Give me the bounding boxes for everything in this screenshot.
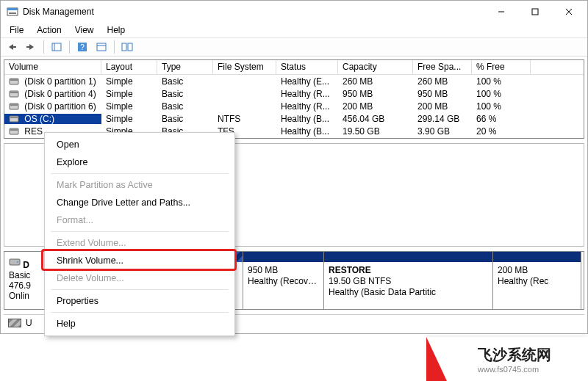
menu-action[interactable]: Action (31, 23, 67, 37)
disk-size: 476.9 (9, 280, 31, 291)
svg-rect-26 (10, 129, 18, 131)
partition[interactable]: RESTORE19.50 GB NTFSHealthy (Basic Data … (324, 252, 493, 309)
menu-file[interactable]: File (4, 23, 29, 37)
toolbar-sep (69, 40, 70, 54)
volume-row[interactable]: OS (C:)SimpleBasicNTFSHealthy (B...456.0… (4, 112, 584, 125)
titlebar: Disk Management (1, 1, 587, 23)
context-menu-item: Format... (45, 211, 234, 229)
col-volume[interactable]: Volume (4, 60, 101, 74)
volume-rows: (Disk 0 partition 1)SimpleBasicHealthy (… (4, 75, 584, 137)
svg-rect-2 (9, 12, 16, 14)
col-status[interactable]: Status (276, 60, 338, 74)
legend-swatch (8, 319, 21, 327)
context-menu-item: Extend Volume... (45, 234, 234, 252)
volume-row[interactable]: (Disk 0 partition 4)SimpleBasicHealthy (… (4, 87, 584, 100)
toolbar-detail-icon[interactable] (119, 40, 135, 54)
svg-rect-22 (10, 104, 18, 106)
volume-icon (9, 102, 21, 111)
watermark-accent (426, 337, 447, 381)
menu-help[interactable]: Help (101, 23, 132, 37)
toolbar: ? (1, 37, 587, 57)
disk-status: Onlin (9, 291, 29, 301)
svg-point-28 (17, 261, 18, 263)
legend-label: U (26, 318, 32, 328)
svg-rect-24 (10, 117, 18, 118)
window-title: Disk Management (23, 7, 484, 17)
toolbar-list-icon[interactable] (93, 40, 110, 54)
svg-rect-16 (128, 43, 132, 51)
watermark: 飞沙系统网 www.fs0745.com (426, 337, 588, 381)
context-menu-separator (51, 173, 229, 174)
toolbar-sep (114, 40, 115, 54)
svg-rect-1 (7, 8, 18, 10)
partition[interactable]: 950 MBHealthy (Recovery (243, 252, 324, 309)
help-icon[interactable]: ? (74, 40, 90, 54)
svg-rect-13 (97, 43, 106, 51)
svg-text:?: ? (80, 43, 85, 51)
volume-icon (9, 115, 21, 123)
app-icon (7, 6, 18, 18)
context-menu-item[interactable]: Shrink Volume... (45, 252, 234, 269)
disk-icon (9, 256, 21, 268)
volume-icon (9, 90, 21, 98)
col-pctfree[interactable]: % Free (472, 60, 531, 74)
context-menu-item: Mark Partition as Active (45, 176, 234, 194)
context-menu-separator (51, 231, 229, 232)
col-capacity[interactable]: Capacity (338, 60, 413, 74)
toolbar-view-icon[interactable] (49, 40, 65, 54)
context-menu-item[interactable]: Help (45, 315, 234, 333)
forward-button[interactable] (23, 40, 39, 54)
toolbar-sep (43, 40, 44, 54)
disk-label: D (23, 260, 29, 270)
context-menu-item[interactable]: Change Drive Letter and Paths... (45, 194, 234, 211)
context-menu-separator (51, 289, 229, 290)
volume-list[interactable]: Volume Layout Type File System Status Ca… (4, 59, 584, 139)
maximize-button[interactable] (518, 1, 552, 23)
context-menu[interactable]: OpenExploreMark Partition as ActiveChang… (44, 132, 235, 336)
svg-rect-20 (10, 92, 18, 93)
col-freespace[interactable]: Free Spa... (413, 60, 472, 74)
context-menu-item[interactable]: Explore (45, 153, 234, 171)
col-type[interactable]: Type (157, 60, 213, 74)
watermark-url: www.fs0745.com (478, 365, 539, 374)
minimize-button[interactable] (484, 1, 518, 23)
close-button[interactable] (552, 1, 586, 23)
back-button[interactable] (4, 40, 20, 54)
context-menu-separator (51, 312, 229, 313)
disk-type: Basic (9, 270, 30, 280)
menu-view[interactable]: View (69, 23, 100, 37)
col-filesystem[interactable]: File System (213, 60, 276, 74)
svg-rect-8 (26, 46, 29, 48)
svg-rect-15 (122, 43, 126, 51)
context-menu-item: Delete Volume... (45, 269, 234, 287)
partition[interactable]: 200 MBHealthy (Rec (493, 252, 581, 309)
context-menu-item[interactable]: Open (45, 136, 234, 153)
volume-icon (9, 127, 21, 136)
volume-icon (9, 77, 21, 86)
volume-row[interactable]: (Disk 0 partition 6)SimpleBasicHealthy (… (4, 100, 584, 112)
watermark-title: 飞沙系统网 (478, 345, 551, 365)
volume-row[interactable]: (Disk 0 partition 1)SimpleBasicHealthy (… (4, 75, 584, 87)
svg-rect-4 (532, 9, 538, 15)
col-layout[interactable]: Layout (101, 60, 157, 74)
svg-rect-9 (52, 43, 61, 51)
svg-rect-18 (10, 79, 18, 81)
column-header-row: Volume Layout Type File System Status Ca… (4, 60, 584, 75)
svg-rect-7 (13, 46, 16, 48)
menubar: File Action View Help (1, 23, 587, 37)
context-menu-item[interactable]: Properties (45, 292, 234, 310)
